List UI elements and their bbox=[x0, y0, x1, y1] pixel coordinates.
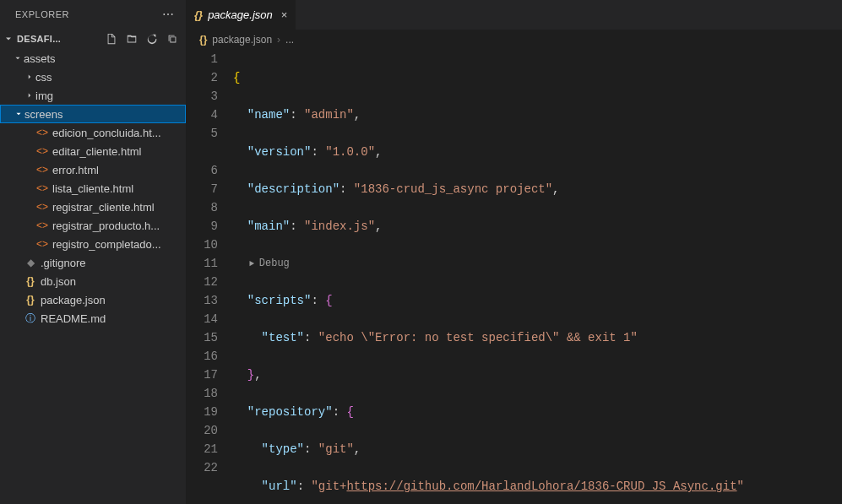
html-icon: <> bbox=[35, 145, 49, 157]
folder-img[interactable]: img bbox=[0, 86, 186, 105]
chevron-right-icon: › bbox=[277, 34, 280, 46]
workspace-header[interactable]: DESAFI... bbox=[0, 29, 186, 49]
html-icon: <> bbox=[35, 219, 49, 231]
file-packagejson[interactable]: {} package.json bbox=[0, 290, 186, 309]
file-tree: assets css img screens <> edicion_conclu… bbox=[0, 49, 186, 328]
folder-css[interactable]: css bbox=[0, 68, 186, 86]
info-icon: ⓘ bbox=[24, 312, 37, 326]
explorer-title: EXPLORER bbox=[15, 9, 162, 19]
folder-assets[interactable]: assets bbox=[0, 49, 186, 68]
file-readme[interactable]: ⓘ README.md bbox=[0, 309, 186, 328]
tab-bar: {} package.json × bbox=[186, 0, 842, 30]
workspace-name: DESAFI... bbox=[17, 34, 105, 44]
breadcrumb-file: package.json bbox=[212, 34, 272, 46]
json-icon: {} bbox=[199, 34, 207, 46]
editor-main: {} package.json × {} package.json › ... … bbox=[186, 0, 842, 504]
html-icon: <> bbox=[35, 201, 49, 213]
new-file-icon[interactable] bbox=[105, 32, 118, 46]
folder-screens[interactable]: screens bbox=[0, 105, 186, 123]
explorer-sidebar: EXPLORER ⋯ DESAFI... assets css img sc bbox=[0, 0, 186, 504]
more-actions-icon[interactable]: ⋯ bbox=[162, 8, 175, 21]
html-icon: <> bbox=[35, 182, 49, 194]
chevron-down-icon bbox=[3, 34, 15, 44]
code-content[interactable]: { "name": "admin", "version": "1.0.0", "… bbox=[233, 50, 842, 504]
json-icon: {} bbox=[194, 8, 203, 21]
file-gitignore[interactable]: ◆ .gitignore bbox=[0, 253, 186, 272]
json-icon: {} bbox=[24, 275, 37, 287]
close-icon[interactable]: × bbox=[281, 8, 288, 21]
file-registrar-producto[interactable]: <> registrar_producto.h... bbox=[0, 216, 186, 235]
file-error[interactable]: <> error.html bbox=[0, 160, 186, 179]
file-edicion[interactable]: <> edicion_concluida.ht... bbox=[0, 123, 186, 142]
file-lista[interactable]: <> lista_cliente.html bbox=[0, 179, 186, 198]
html-icon: <> bbox=[35, 238, 49, 250]
file-dbjson[interactable]: {} db.json bbox=[0, 272, 186, 290]
breadcrumb[interactable]: {} package.json › ... bbox=[186, 30, 842, 50]
debug-codelens[interactable]: Debug bbox=[247, 254, 290, 273]
collapse-all-icon[interactable] bbox=[166, 32, 179, 46]
file-editar[interactable]: <> editar_cliente.html bbox=[0, 142, 186, 160]
chevron-right-icon bbox=[24, 91, 35, 100]
file-registrar-cliente[interactable]: <> registrar_cliente.html bbox=[0, 198, 186, 216]
html-icon: <> bbox=[35, 127, 49, 138]
code-editor[interactable]: 1 2 3 4 5 6 7 8 9 10 11 12 13 14 15 16 1… bbox=[186, 50, 842, 504]
new-folder-icon[interactable] bbox=[125, 32, 139, 46]
explorer-header: EXPLORER ⋯ bbox=[0, 0, 186, 29]
chevron-down-icon bbox=[12, 54, 24, 62]
refresh-icon[interactable] bbox=[145, 32, 159, 46]
git-icon: ◆ bbox=[24, 257, 37, 268]
breadcrumb-more: ... bbox=[285, 34, 294, 46]
tab-packagejson[interactable]: {} package.json × bbox=[186, 0, 296, 30]
file-registro[interactable]: <> registro_completado... bbox=[0, 235, 186, 253]
html-icon: <> bbox=[35, 164, 49, 176]
chevron-down-icon bbox=[13, 110, 24, 118]
tab-label: package.json bbox=[208, 8, 273, 21]
line-numbers: 1 2 3 4 5 6 7 8 9 10 11 12 13 14 15 16 1… bbox=[186, 50, 233, 504]
chevron-right-icon bbox=[24, 73, 35, 81]
json-icon: {} bbox=[24, 294, 37, 306]
